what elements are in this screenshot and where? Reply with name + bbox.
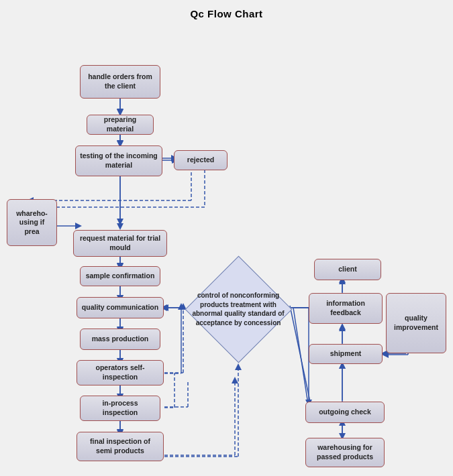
- warehousing-prea-box: whareho- using if prea: [7, 199, 57, 246]
- quality-improvement-box: quality improvement: [386, 293, 446, 353]
- preparing-material-box: preparing material: [87, 115, 154, 135]
- page-title: Qc Flow Chart: [0, 0, 453, 19]
- arrows-svg-2: [0, 19, 453, 475]
- flowchart: handle orders from the client preparing …: [0, 19, 453, 475]
- svg-marker-91: [339, 324, 346, 331]
- svg-marker-11: [117, 219, 123, 225]
- information-feedback-box: information feedback: [309, 293, 383, 324]
- svg-marker-99: [75, 223, 82, 229]
- warehousing-passed-box: warehousing for passed products: [305, 438, 385, 467]
- rejected-box: rejected: [174, 150, 228, 170]
- svg-marker-26: [232, 377, 238, 383]
- diamond-text: control of nonconforming products treatm…: [185, 288, 292, 330]
- final-inspection-box: final inspection of semi products: [77, 432, 164, 461]
- handle-orders-box: handle orders from the client: [80, 65, 160, 99]
- page: Qc Flow Chart: [0, 0, 453, 476]
- operators-self-inspection-box: operators self-inspection: [77, 360, 164, 385]
- in-process-inspection-box: in-process inspection: [80, 396, 160, 421]
- testing-incoming-box: testing of the incoming material: [75, 145, 162, 176]
- svg-marker-29: [178, 303, 185, 310]
- quality-communication-box: quality communication: [77, 297, 164, 318]
- svg-marker-60: [117, 223, 123, 230]
- svg-marker-75: [235, 363, 242, 370]
- arrows-svg: [0, 19, 453, 475]
- outgoing-check-box: outgoing check: [305, 402, 385, 423]
- sample-confirmation-box: sample confirmation: [80, 266, 160, 286]
- svg-marker-39: [339, 323, 346, 330]
- mass-production-box: mass production: [80, 329, 160, 350]
- svg-line-33: [290, 306, 310, 402]
- svg-line-49: [293, 308, 309, 408]
- client-box: client: [314, 259, 381, 280]
- request-material-box: request material for trial mould: [73, 230, 167, 257]
- shipment-box: shipment: [309, 344, 383, 364]
- diamond-box: control of nonconforming products treatm…: [185, 255, 292, 363]
